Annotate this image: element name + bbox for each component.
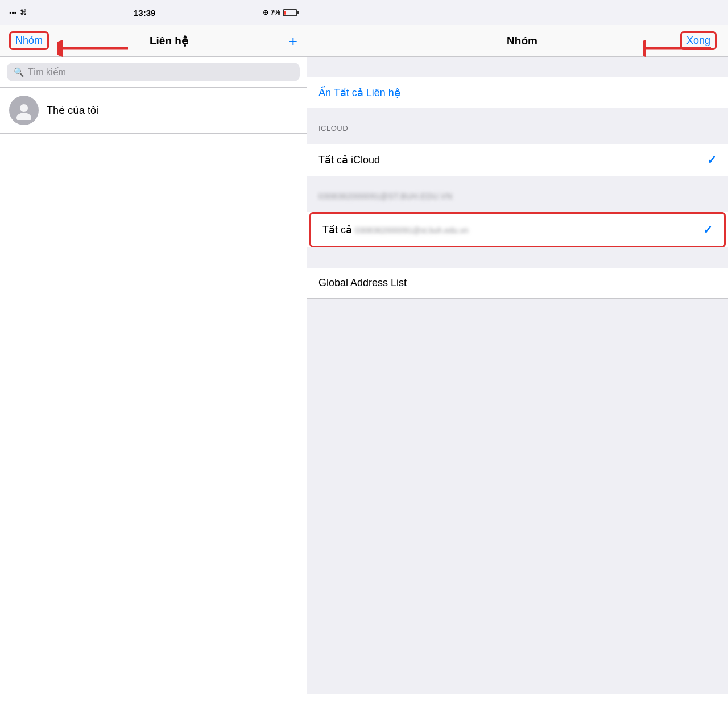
status-bar-right <box>307 0 728 25</box>
svg-point-2 <box>20 104 28 112</box>
avatar <box>9 96 39 125</box>
hide-all-item[interactable]: Ẩn Tất cả Liên hệ <box>307 77 728 108</box>
edu-email-blurred: 0308362000091@st.buh.edu.vn <box>355 226 469 235</box>
lower-empty-area <box>307 299 728 682</box>
arrow-annotation-right <box>643 34 717 65</box>
search-icon: 🔍 <box>14 67 24 77</box>
icloud-all-item[interactable]: Tất cả iCloud ✓ <box>307 144 728 176</box>
battery-percent: 7% <box>271 9 280 16</box>
edu-header: 0308362000091@st.buh.edu.vn <box>307 187 728 203</box>
hide-all-section: Ẩn Tất cả Liên hệ <box>307 77 728 108</box>
hide-all-label: Ẩn Tất cả Liên hệ <box>318 86 400 99</box>
wifi-icon: ⌘ <box>20 9 27 16</box>
global-list: Global Address List <box>307 268 728 299</box>
status-right: ⊕ 7% <box>263 9 297 16</box>
contact-name-me: Thẻ của tôi <box>47 104 98 117</box>
status-time: 13:39 <box>134 8 155 18</box>
icloud-checkmark: ✓ <box>707 153 717 167</box>
divider-contact <box>0 133 307 134</box>
global-address-item[interactable]: Global Address List <box>307 268 728 299</box>
battery-icon <box>283 9 297 16</box>
gap-1 <box>307 108 728 119</box>
search-placeholder: Tìm kiếm <box>28 67 66 77</box>
arrow-annotation-left <box>57 34 131 65</box>
signal-icon: ▪▪▪ <box>9 9 16 16</box>
edu-list: Tất cả 0308362000091@st.buh.edu.vn ✓ <box>307 212 728 247</box>
left-panel: ▪▪▪ ⌘ 13:39 ⊕ 7% Nhóm Liên hệ + 🔍 <box>0 0 307 728</box>
contact-item-me[interactable]: Thẻ của tôi <box>0 88 307 133</box>
nhom-button[interactable]: Nhóm <box>9 31 49 50</box>
left-nav-bar: Nhóm Liên hệ + <box>0 25 307 57</box>
right-nav-title: Nhóm <box>507 35 537 47</box>
search-bar[interactable]: 🔍 Tìm kiếm <box>7 63 300 81</box>
gap-2 <box>307 176 728 187</box>
left-nav-title: Liên hệ <box>150 34 188 47</box>
icloud-all-label: Tất cả iCloud <box>318 154 380 166</box>
edu-checkmark: ✓ <box>703 223 713 237</box>
edu-section: 0308362000091@st.buh.edu.vn Tất cả 03083… <box>307 187 728 247</box>
edu-all-label: Tất cả 0308362000091@st.buh.edu.vn <box>322 224 469 236</box>
right-panel: Nhóm Xong Ẩn Tất cả Liên hệ ICLOUD Tất c… <box>307 0 728 728</box>
add-contact-button[interactable]: + <box>289 34 297 48</box>
bottom-bar <box>307 694 728 728</box>
icloud-section: ICLOUD Tất cả iCloud ✓ <box>307 119 728 176</box>
edu-header-email: 0308362000091@st.buh.edu.vn <box>318 192 453 201</box>
gap-3 <box>307 247 728 259</box>
status-left: ▪▪▪ ⌘ <box>9 9 27 16</box>
location-icon: ⊕ <box>263 9 268 16</box>
global-section: Global Address List <box>307 259 728 299</box>
global-address-label: Global Address List <box>318 277 407 289</box>
icloud-list: Tất cả iCloud ✓ <box>307 144 728 176</box>
svg-point-3 <box>16 113 31 120</box>
status-bar-left: ▪▪▪ ⌘ 13:39 ⊕ 7% <box>0 0 307 25</box>
edu-all-item[interactable]: Tất cả 0308362000091@st.buh.edu.vn ✓ <box>309 212 726 247</box>
icloud-header: ICLOUD <box>307 119 728 135</box>
